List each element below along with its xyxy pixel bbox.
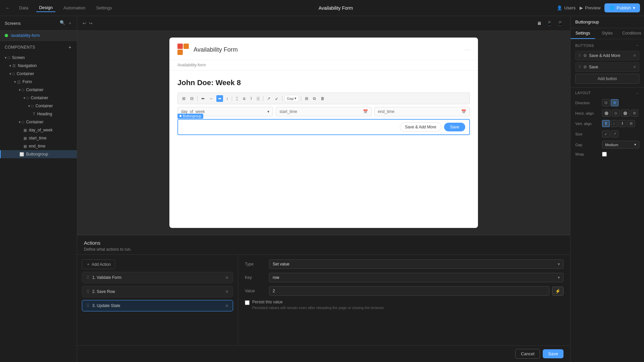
field-start-time[interactable]: start_time 📅: [276, 107, 371, 116]
sidebar-route[interactable]: /availability-form: [0, 31, 77, 41]
tablet-view-button[interactable]: 📱: [545, 19, 554, 27]
tree-item-end-time[interactable]: ▦ end_time: [0, 142, 77, 150]
mobile-view-button[interactable]: 📱: [555, 19, 565, 27]
size-opt-2[interactable]: ↗: [611, 130, 619, 137]
vert-opt-1[interactable]: ⬆: [602, 120, 610, 127]
desktop-view-button[interactable]: 🖥: [535, 19, 543, 27]
action-close-3[interactable]: ✕: [225, 303, 229, 308]
tab-conditions[interactable]: Conditions: [620, 28, 644, 39]
detail-type-input[interactable]: Set value ▾: [269, 259, 564, 269]
form-options-icon[interactable]: ⋯: [465, 47, 470, 53]
redo-button[interactable]: ↪: [89, 21, 93, 26]
add-component-icon[interactable]: ＋: [68, 44, 72, 50]
tree-item-navigation[interactable]: ▾ ☰ Navigation: [0, 62, 77, 70]
lightning-button[interactable]: ⚡: [552, 287, 564, 296]
button-gear-2[interactable]: ⚙: [583, 65, 587, 69]
tree-item-container-1[interactable]: ▾ □ Container: [0, 70, 77, 78]
toolbar-copy[interactable]: ⧉: [311, 95, 318, 102]
detail-key-input[interactable]: row ▾: [269, 273, 564, 282]
save-button[interactable]: Save: [444, 123, 465, 131]
back-button[interactable]: ←: [4, 4, 11, 12]
actions-save-button[interactable]: Save: [543, 349, 564, 358]
tree-item-heading[interactable]: T Heading: [0, 110, 77, 118]
toolbar-sep5: [301, 96, 301, 101]
toolbar-delete[interactable]: 🗑: [319, 95, 326, 102]
nav-settings[interactable]: Settings: [94, 4, 115, 12]
toolbar-icon1[interactable]: ⊞: [180, 95, 187, 102]
tree-item-container-4[interactable]: ▾ □ Container: [0, 102, 77, 110]
button-close-2[interactable]: ✕: [633, 65, 636, 69]
tree-item-day-of-week[interactable]: ▦ day_of_week: [0, 126, 77, 134]
actions-panel: Actions Define what actions to run. ＋ Ad…: [77, 235, 570, 362]
horiz-opt-2[interactable]: ◎: [612, 110, 620, 117]
toolbar-valign4[interactable]: ⌻: [255, 95, 261, 102]
vert-opt-3[interactable]: ⬇: [619, 120, 626, 127]
nav-data[interactable]: Data: [16, 4, 31, 12]
button-label-save-add-more: Save & Add More: [589, 53, 631, 58]
toolbar-align-stretch[interactable]: ↕: [224, 95, 230, 102]
layout-title-text: LAYOUT: [575, 91, 591, 96]
nav-automation[interactable]: Automation: [61, 4, 88, 12]
undo-button[interactable]: ↩: [83, 21, 86, 26]
button-gear-1[interactable]: ⚙: [583, 53, 587, 58]
toolbar-expand1[interactable]: ↗: [265, 95, 272, 102]
horiz-opt-4[interactable]: ⊞: [631, 110, 638, 117]
button-drag-1[interactable]: ⠿: [578, 53, 581, 58]
wrap-checkbox[interactable]: [602, 152, 607, 157]
toolbar-icon2[interactable]: ⊟: [189, 95, 195, 102]
action-item-2[interactable]: ⠿ 2. Save Row ✕: [82, 286, 233, 297]
button-close-1[interactable]: ✕: [633, 53, 636, 58]
size-opt-1[interactable]: ↙: [602, 130, 610, 137]
field-end-time[interactable]: end_time 📅: [374, 107, 470, 116]
detail-value-input[interactable]: [269, 286, 549, 296]
button-drag-2[interactable]: ⠿: [578, 65, 581, 69]
nav-design[interactable]: Design: [36, 4, 55, 12]
tree-item-container-2[interactable]: ▾ □ Container: [0, 86, 77, 94]
tab-styles[interactable]: Styles: [595, 28, 620, 39]
users-icon: 👤: [557, 5, 562, 10]
search-icon[interactable]: 🔍: [60, 20, 65, 26]
tree-item-form[interactable]: ▾ ◫ Form: [0, 78, 77, 86]
topbar: ← Data Design Automation Settings Availa…: [0, 0, 644, 16]
add-action-button[interactable]: ＋ Add Action: [82, 259, 115, 269]
day-of-week-icon: ▦: [23, 128, 27, 132]
add-screen-icon[interactable]: ＋: [68, 20, 72, 26]
horiz-opt-3[interactable]: ⬤: [621, 110, 630, 117]
users-button[interactable]: 👤 Users: [557, 5, 576, 10]
toolbar-expand2[interactable]: ↙: [273, 95, 280, 102]
save-add-more-button[interactable]: Save & Add More: [400, 122, 441, 132]
button-item-save: ⠿ ⚙ Save ✕: [575, 62, 639, 72]
actions-cancel-button[interactable]: Cancel: [515, 349, 540, 359]
layout-collapse-icon[interactable]: －: [636, 91, 640, 96]
tree-item-container-5[interactable]: ▾ □ Container: [0, 118, 77, 126]
persist-checkbox[interactable]: [245, 300, 250, 305]
action-close-1[interactable]: ✕: [225, 275, 229, 280]
tree-item-start-time[interactable]: ▦ start_time: [0, 134, 77, 142]
tree-item-screen[interactable]: ▾ □ Screen: [0, 54, 77, 62]
horiz-opt-1[interactable]: ⬤: [602, 110, 611, 117]
toolbar-valign2[interactable]: ⍺: [241, 95, 247, 102]
vert-opt-2[interactable]: ↕: [611, 120, 618, 127]
action-close-2[interactable]: ✕: [225, 289, 229, 294]
toolbar-align-center[interactable]: ↔: [208, 95, 215, 102]
direction-opt-1[interactable]: ⊟: [602, 99, 610, 106]
action-item-1[interactable]: ⠿ 1. Validate Form ✕: [82, 272, 233, 283]
toolbar-valign3[interactable]: ⌇: [249, 95, 254, 102]
preview-button[interactable]: ▶ Preview: [580, 5, 600, 10]
gap-dropdown[interactable]: Medium ▾: [602, 141, 639, 148]
direction-opt-2[interactable]: ⊞: [611, 99, 619, 106]
toolbar-align-left[interactable]: ⬅: [200, 95, 206, 102]
tree-item-buttongroup[interactable]: ⬜ Buttongroup: [0, 150, 77, 158]
buttons-section-collapse[interactable]: －: [635, 43, 639, 48]
tree-item-container-3[interactable]: ▾ □ Container: [0, 94, 77, 102]
actions-body: ＋ Add Action ⠿ 1. Validate Form ✕ ⠿ 2. S…: [77, 255, 570, 345]
toolbar-grid[interactable]: ⊞: [303, 95, 310, 102]
toolbar-align-right[interactable]: ➡: [216, 95, 223, 102]
toolbar-gap-dropdown[interactable]: Gap ▾: [284, 95, 299, 102]
publish-button[interactable]: 🌐 Publish ▾: [604, 3, 640, 12]
toolbar-valign1[interactable]: ⌶: [234, 95, 240, 102]
add-button-button[interactable]: Add button: [575, 74, 639, 84]
action-item-3[interactable]: ⠿ 3. Update State ✕: [82, 300, 233, 311]
vert-opt-4[interactable]: ⊞: [627, 120, 635, 127]
tab-settings[interactable]: Settings: [571, 28, 595, 39]
